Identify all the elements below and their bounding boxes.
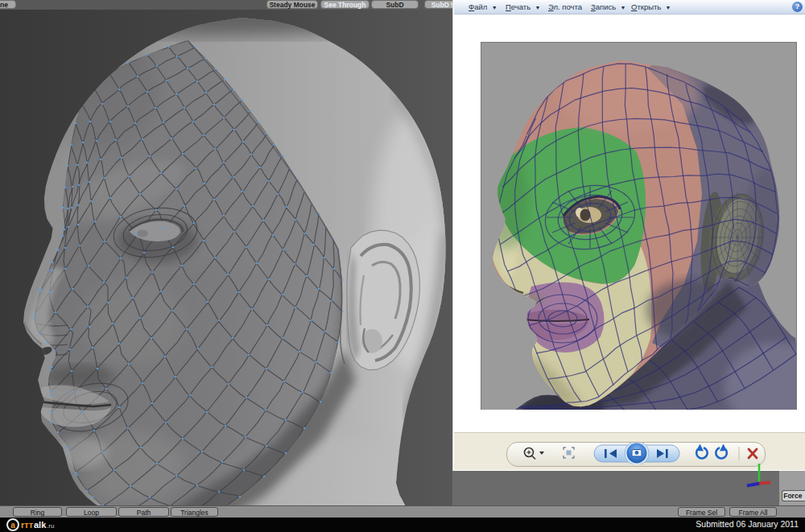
svg-text:rтт: rтт: [21, 520, 34, 530]
svg-text:.ru: .ru: [47, 522, 54, 530]
svg-text:a: a: [10, 521, 15, 530]
svg-text:alk: alk: [34, 520, 47, 530]
